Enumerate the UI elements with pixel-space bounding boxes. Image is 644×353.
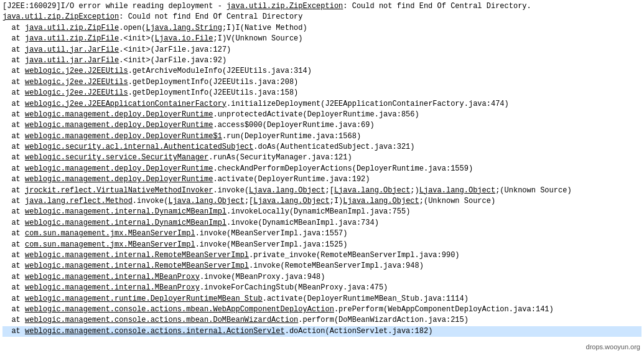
stack-trace-line: at weblogic.management.internal.DynamicM… <box>2 218 642 228</box>
stack-trace-line: at jrockit.reflect.VirtualNativeMethodIn… <box>2 186 642 196</box>
stack-trace-line: at com.sun.management.jmx.MBeanServerImp… <box>2 240 642 250</box>
stack-trace-line: at weblogic.j2ee.J2EEUtils.getDeployment… <box>2 77 642 88</box>
watermark-label: drops.wooyun.org <box>586 343 640 351</box>
stack-trace-content: [J2EE:160029]I/O error while reading dep… <box>0 0 644 338</box>
stack-trace-line: at weblogic.management.deploy.DeployerRu… <box>2 120 642 131</box>
stack-trace-line: at weblogic.management.deploy.DeployerRu… <box>2 174 642 185</box>
stack-trace-line: at weblogic.management.internal.RemoteMB… <box>2 250 642 261</box>
stack-trace-line: at weblogic.management.console.actions.i… <box>2 326 642 337</box>
stack-trace-line: at weblogic.management.internal.RemoteMB… <box>2 261 642 271</box>
stack-trace-line: at java.util.jar.JarFile.<init>(JarFile.… <box>2 55 642 66</box>
stack-trace-line: at weblogic.management.internal.MBeanPro… <box>2 272 642 283</box>
stack-trace-line: at weblogic.security.service.SecurityMan… <box>2 153 642 163</box>
stack-trace-line: at weblogic.management.internal.DynamicM… <box>2 207 642 217</box>
stack-trace-line: at weblogic.j2ee.J2EEUtils.getDeployment… <box>2 88 642 98</box>
stack-trace-line: at weblogic.management.console.actions.m… <box>2 304 642 315</box>
stack-trace-line: at weblogic.security.acl.internal.Authen… <box>2 142 642 153</box>
stack-trace-line: [J2EE:160029]I/O error while reading dep… <box>2 1 642 12</box>
stack-trace-line: java.util.zip.ZipException: Could not fi… <box>2 12 642 22</box>
stack-trace-line: at weblogic.management.internal.MBeanPro… <box>2 283 642 293</box>
stack-trace-line: at weblogic.management.runtime.DeployerR… <box>2 294 642 304</box>
stack-trace-line: at com.sun.management.jmx.MBeanServerImp… <box>2 228 642 239</box>
stack-trace-line: at weblogic.management.console.actions.m… <box>2 315 642 326</box>
stack-trace-line: at java.util.zip.ZipFile.open(Ljava.lang… <box>2 23 642 34</box>
stack-trace-line: at java.util.jar.JarFile.<init>(JarFile.… <box>2 45 642 55</box>
stack-trace-line: at java.util.zip.ZipFile.<init>(Ljava.io… <box>2 34 642 44</box>
stack-trace-line: at weblogic.j2ee.J2EEApplicationContaine… <box>2 99 642 110</box>
stack-trace-line: at weblogic.management.deploy.DeployerRu… <box>2 110 642 120</box>
stack-trace-line: at weblogic.management.deploy.DeployerRu… <box>2 131 642 142</box>
stack-trace-line: at weblogic.j2ee.J2EEUtils.getArchiveMod… <box>2 66 642 77</box>
stack-trace-line: at java.lang.reflect.Method.invoke(Ljava… <box>2 196 642 207</box>
stack-trace-line: at weblogic.management.deploy.DeployerRu… <box>2 164 642 174</box>
